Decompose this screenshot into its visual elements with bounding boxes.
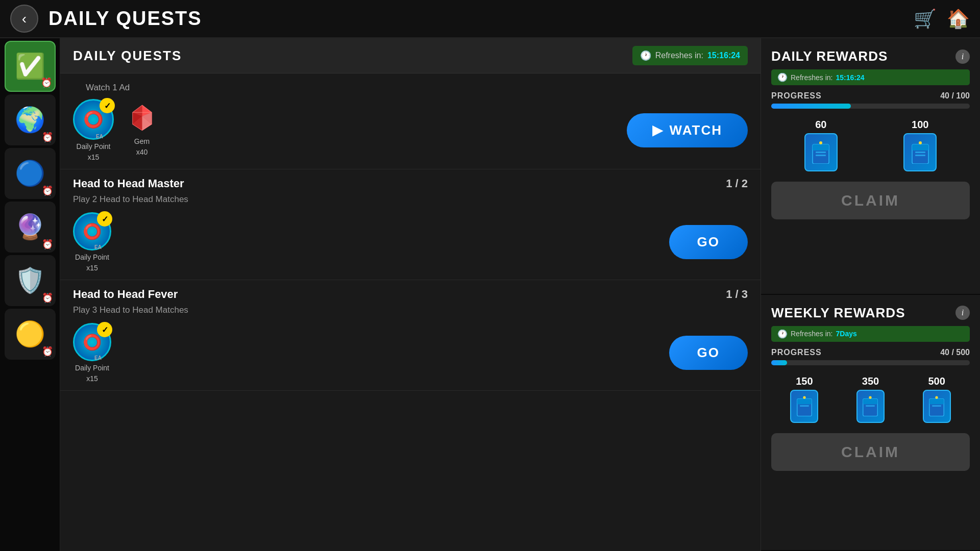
reward-items-3: ✓ ⭕ EA Daily Point x15	[73, 323, 111, 383]
sidebar-item-quest[interactable]: ✅ ⏰	[5, 41, 56, 92]
svg-rect-9	[813, 144, 829, 151]
quest-progress-2: 1 / 2	[726, 177, 748, 190]
svg-point-21	[803, 396, 805, 398]
sidebar-item-shield[interactable]: 🛡️ ⏰	[5, 255, 56, 306]
go-button-2[interactable]: GO	[669, 336, 748, 370]
quest-watch-subtitle: Watch 1 Ad	[73, 79, 748, 93]
header-actions: 🛒 🏠	[914, 8, 970, 30]
svg-rect-20	[800, 405, 809, 407]
clock-badge-6: ⏰	[42, 346, 53, 357]
weekly-progress-bar-container	[771, 360, 970, 365]
refresh-time: 15:16:24	[707, 51, 740, 60]
reward-daily-point-1: ✓ ⭕ EA Daily Point x15	[73, 99, 114, 161]
reward-daily-point-2: ✓ ⭕ EA Daily Point x15	[73, 212, 111, 272]
clock-badge-2: ⏰	[42, 132, 53, 143]
clock-badge-4: ⏰	[42, 239, 53, 250]
clock-badge-5: ⏰	[42, 292, 53, 304]
go-label-2: GO	[697, 345, 720, 360]
reward-label-daily-point-1: Daily Point	[77, 142, 111, 151]
weekly-rewards-title: WEEKLY REWARDS	[771, 305, 905, 321]
weekly-progress-label-row: PROGRESS 40 / 500	[771, 348, 970, 357]
cart-icon[interactable]: 🛒	[914, 8, 937, 30]
daily-claim-label: CLAIM	[841, 192, 900, 209]
back-button[interactable]: ‹	[10, 5, 38, 33]
ea-label-2: EA	[94, 244, 102, 250]
weekly-pack-icon-3	[928, 396, 945, 416]
pack-icon-2	[911, 141, 929, 164]
weekly-rewards-info-icon[interactable]: i	[955, 306, 970, 320]
quest-meta-2: Head to Head Master 1 / 2	[73, 177, 748, 190]
weekly-rewards-refresh: 🕐 Refreshes in: 7Days	[771, 326, 970, 342]
reward-icon-daily-point-1: ✓ ⭕ EA	[73, 99, 114, 140]
svg-rect-16	[915, 155, 925, 156]
globe-icon: 🔵	[15, 159, 45, 188]
checkmark-icon-3: ✓	[97, 322, 112, 337]
svg-point-12	[819, 141, 822, 144]
svg-rect-24	[866, 405, 875, 407]
weekly-milestone-150-value: 150	[796, 375, 813, 387]
sidebar-item-planet[interactable]: 🌍 ⏰	[5, 94, 56, 145]
coin-icon: 🟡	[15, 320, 45, 348]
daily-refresh-label: Refreshes in:	[791, 73, 832, 82]
quest-item-h2h-fever: Head to Head Fever 1 / 3 Play 3 Head to …	[60, 280, 761, 391]
weekly-milestone-150-icon	[790, 390, 818, 423]
daily-rewards-info-icon[interactable]: i	[955, 49, 970, 64]
daily-progress-bar-fill	[771, 104, 851, 109]
weekly-refresh-label: Refreshes in:	[791, 330, 832, 338]
daily-milestones: 60 100	[771, 119, 970, 171]
daily-milestone-100-icon	[903, 133, 937, 171]
reward-gem-1: Gem x40	[124, 99, 160, 161]
sidebar-item-globe[interactable]: 🔵 ⏰	[5, 148, 56, 199]
pack-icon-1	[812, 141, 830, 164]
weekly-milestone-500: 500	[923, 375, 951, 423]
daily-rewards-header: DAILY REWARDS i	[771, 48, 970, 64]
daily-milestone-60: 60	[804, 119, 838, 171]
go-button-1[interactable]: GO	[669, 225, 748, 259]
weekly-refresh-time: 7Days	[836, 330, 856, 338]
quest-item-watch-ad: Watch 1 Ad ✓ ⭕ EA Daily Point x15	[60, 73, 761, 169]
weekly-pack-icon-1	[796, 396, 813, 416]
daily-progress-bar-container	[771, 104, 970, 109]
daily-refresh-time: 15:16:24	[836, 73, 864, 82]
quest-icon: ✅	[15, 52, 45, 81]
daily-refresh-clock-icon: 🕐	[777, 72, 788, 82]
weekly-progress-label: PROGRESS	[771, 348, 822, 357]
home-icon[interactable]: 🏠	[947, 8, 970, 30]
orb-icon: 🔮	[15, 213, 45, 241]
weekly-milestone-350-icon	[856, 390, 885, 423]
daily-claim-button[interactable]: CLAIM	[771, 182, 970, 219]
weekly-milestone-350-value: 350	[862, 375, 879, 387]
daily-milestone-60-value: 60	[815, 119, 826, 131]
watch-label: WATCH	[670, 122, 722, 138]
sidebar-item-coin[interactable]: 🟡 ⏰	[5, 309, 56, 360]
sidebar-item-orb[interactable]: 🔮 ⏰	[5, 202, 56, 253]
clock-badge-3: ⏰	[42, 185, 53, 196]
daily-point-icon-3: ⭕	[83, 333, 102, 351]
reward-qty-2: x15	[86, 264, 98, 272]
rewards-panel: DAILY REWARDS i 🕐 Refreshes in: 15:16:24…	[761, 38, 980, 551]
svg-point-29	[935, 396, 938, 398]
watch-button[interactable]: ▶ WATCH	[627, 113, 748, 147]
weekly-milestone-150: 150	[790, 375, 818, 423]
ea-label-1: EA	[96, 134, 103, 139]
svg-rect-15	[915, 152, 925, 153]
svg-rect-10	[816, 152, 826, 153]
reward-items-2: ✓ ⭕ EA Daily Point x15	[73, 212, 111, 272]
weekly-claim-button[interactable]: CLAIM	[771, 433, 970, 471]
weekly-progress-bar-fill	[771, 360, 787, 365]
svg-rect-27	[929, 399, 944, 405]
daily-milestone-100-value: 100	[912, 119, 928, 131]
reward-label-3: Daily Point	[75, 364, 109, 372]
reward-qty-gem: x40	[136, 148, 148, 156]
weekly-milestone-500-value: 500	[928, 375, 945, 387]
reward-icon-daily-point-3: ✓ ⭕ EA	[73, 323, 111, 361]
go-label-1: GO	[697, 234, 720, 249]
gem-svg	[128, 103, 156, 131]
reward-label-gem: Gem	[134, 137, 150, 145]
quest-desc-2: Play 2 Head to Head Matches	[73, 194, 748, 205]
page-title: DAILY QUESTS	[48, 8, 202, 30]
daily-progress-label-row: PROGRESS 40 / 100	[771, 91, 970, 101]
quest-item-h2h-master: Head to Head Master 1 / 2 Play 2 Head to…	[60, 169, 761, 280]
ea-label-3: EA	[94, 355, 102, 361]
reward-icon-daily-point-2: ✓ ⭕ EA	[73, 212, 111, 251]
